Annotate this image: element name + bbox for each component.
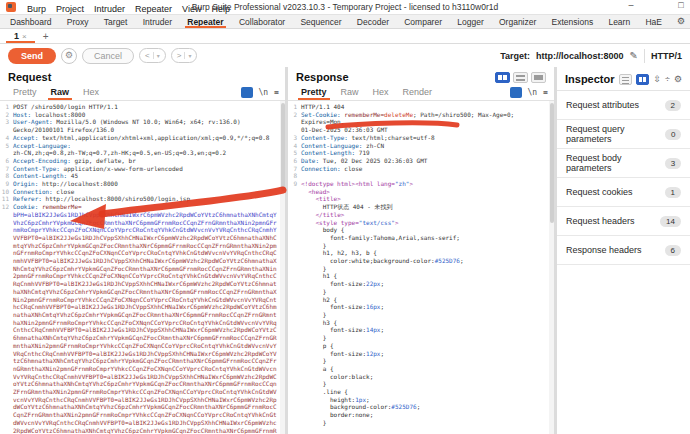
send-button[interactable]: Send xyxy=(8,48,56,64)
response-editor-menu-icon[interactable]: ≡ xyxy=(543,88,548,97)
response-code-line: body { xyxy=(288,226,554,234)
code-segment: Accept: xyxy=(13,134,38,141)
add-tab-button[interactable]: + xyxy=(35,29,57,43)
code-text: height:1px; xyxy=(301,396,554,404)
line-number xyxy=(288,365,301,373)
code-segment: ; xyxy=(380,350,384,357)
response-panel-title: Response xyxy=(296,71,349,83)
request-newline-toggle-icon[interactable]: \n xyxy=(259,88,269,97)
menu-repeater[interactable]: Repeater xyxy=(130,3,177,15)
menu-burp[interactable]: Burp xyxy=(22,3,51,15)
response-editor[interactable]: 1HTTP/1.1 4042Set-Cookie: rememberMe=del… xyxy=(288,101,554,434)
inspector-section-request-body-parameters[interactable]: Request body parameters3 xyxy=(557,149,690,178)
close-icon[interactable]: × xyxy=(22,32,27,41)
line-number: 10 xyxy=(0,188,13,196)
target-label: Target: xyxy=(500,51,530,61)
tab-logger[interactable]: Logger xyxy=(453,15,487,28)
inspector-section-request-headers[interactable]: Request headers14 xyxy=(557,207,690,236)
code-segment: p { xyxy=(301,342,334,349)
response-scrollbar-thumb[interactable] xyxy=(550,103,554,223)
layout-columns-button[interactable] xyxy=(495,72,510,83)
response-newline-toggle-icon[interactable]: \n xyxy=(528,88,538,97)
line-number xyxy=(288,296,301,304)
response-highlight-button[interactable] xyxy=(510,87,522,98)
line-number xyxy=(288,388,301,396)
response-tab-pretty[interactable]: Pretty xyxy=(294,85,334,100)
response-scrollbar[interactable] xyxy=(549,101,554,434)
tab-decoder[interactable]: Decoder xyxy=(353,15,393,28)
tab-learn[interactable]: Learn xyxy=(604,15,634,28)
count-badge: 2 xyxy=(665,100,681,111)
request-tab-hex[interactable]: Hex xyxy=(76,85,106,100)
code-text: h1, h2, h3, b { xyxy=(301,249,554,257)
expand-all-icon[interactable]: ⇳ xyxy=(653,74,661,85)
code-segment: 01-Dec-2025 02:36:03 GMT xyxy=(301,126,388,133)
repeater-tab-1[interactable]: 1× xyxy=(6,29,35,43)
tab-hae[interactable]: HaE xyxy=(641,15,666,28)
inspector-section-request-query-parameters[interactable]: Request query parameters0 xyxy=(557,120,690,149)
cancel-button[interactable]: Cancel xyxy=(82,48,134,64)
request-code-line: Gecko/20100101 Firefox/136.0 xyxy=(0,126,285,134)
send-options-gear-icon[interactable]: ⚙ xyxy=(61,48,77,64)
code-segment: } xyxy=(301,357,326,364)
history-back-button[interactable]: <▾ xyxy=(139,48,166,63)
request-highlight-button[interactable] xyxy=(241,87,253,98)
inspector-list-view-button[interactable] xyxy=(619,74,632,85)
minimize-button[interactable]: – xyxy=(624,0,638,10)
response-tab-hex[interactable]: Hex xyxy=(366,85,396,100)
count-badge: 14 xyxy=(660,216,681,227)
tab-comparer[interactable]: Comparer xyxy=(400,15,446,28)
code-segment: Date: xyxy=(301,157,319,164)
response-code-line: 1HTTP/1.1 404 xyxy=(288,103,554,111)
tab-sequencer[interactable]: Sequencer xyxy=(296,15,345,28)
layout-rows-button[interactable] xyxy=(513,72,528,83)
line-number xyxy=(288,342,301,350)
line-number xyxy=(288,319,301,327)
request-scrollbar[interactable] xyxy=(280,101,285,434)
settings-gear-icon[interactable]: ⚙ xyxy=(677,16,685,26)
response-editor-icons: \n≡ xyxy=(510,87,548,100)
tab-proxy[interactable]: Proxy xyxy=(63,15,93,28)
tab-intruder[interactable]: Intruder xyxy=(139,15,176,28)
inspector-section-request-attributes[interactable]: Request attributes2 xyxy=(557,91,690,120)
code-segment: Connection: xyxy=(301,165,341,172)
caret-down-icon: ▾ xyxy=(153,52,160,59)
tab-dashboard[interactable]: Dashboard xyxy=(6,15,56,28)
code-segment: > xyxy=(395,219,399,226)
response-code-line: 3Content-Type: text/html;charset=utf-8 xyxy=(288,134,554,142)
request-tab-pretty[interactable]: Pretty xyxy=(6,85,44,100)
collapse-all-icon[interactable]: ÷ xyxy=(665,74,670,85)
request-code-line: bPH=alBIK2JJeGs1RDJhCVppSXhhCHNaIWxrC6pm… xyxy=(0,211,285,434)
code-text: color:black; xyxy=(301,373,554,381)
menu-project[interactable]: Project xyxy=(51,3,89,15)
request-scrollbar-thumb[interactable] xyxy=(281,103,285,191)
request-editor-menu-icon[interactable]: ≡ xyxy=(274,88,279,97)
edit-target-pencil-icon[interactable]: ✎ xyxy=(630,50,638,61)
history-forward-button[interactable]: >▾ xyxy=(171,48,198,63)
code-segment: Accept-Language: xyxy=(13,142,71,149)
inspector-section-response-headers[interactable]: Response headers6 xyxy=(557,236,690,265)
line-number xyxy=(288,326,301,334)
request-tab-raw[interactable]: Raw xyxy=(44,85,77,100)
request-code-line: 3User-Agent: Mozilla/5.0 (Windows NT 10.… xyxy=(0,118,285,126)
response-tab-raw[interactable]: Raw xyxy=(334,85,366,100)
request-editor[interactable]: 1POST /shiro500/login HTTP/1.12Host: loc… xyxy=(0,101,285,434)
maximize-button[interactable]: □ xyxy=(674,0,688,10)
inspector-split-view-button[interactable] xyxy=(636,74,649,85)
layout-single-button[interactable] xyxy=(531,72,546,83)
inspector-gear-icon[interactable]: ⚙ xyxy=(674,74,682,85)
response-code-line: 5Content-Length: 719 xyxy=(288,149,554,157)
request-panel-title: Request xyxy=(8,71,51,83)
line-number: 8 xyxy=(288,172,301,180)
tab-extensions[interactable]: Extensions xyxy=(548,15,598,28)
tab-organizer[interactable]: Organizer xyxy=(495,15,540,28)
response-code-line: </title> xyxy=(288,211,554,219)
chevron-right-icon: > xyxy=(177,51,182,60)
tab-target[interactable]: Target xyxy=(100,15,132,28)
code-text: Connection: close xyxy=(13,188,285,196)
tab-repeater[interactable]: Repeater xyxy=(183,15,227,28)
response-tab-render[interactable]: Render xyxy=(396,85,440,100)
inspector-section-request-cookies[interactable]: Request cookies1 xyxy=(557,178,690,207)
menu-intruder[interactable]: Intruder xyxy=(89,3,130,15)
tab-collaborator[interactable]: Collaborator xyxy=(235,15,289,28)
